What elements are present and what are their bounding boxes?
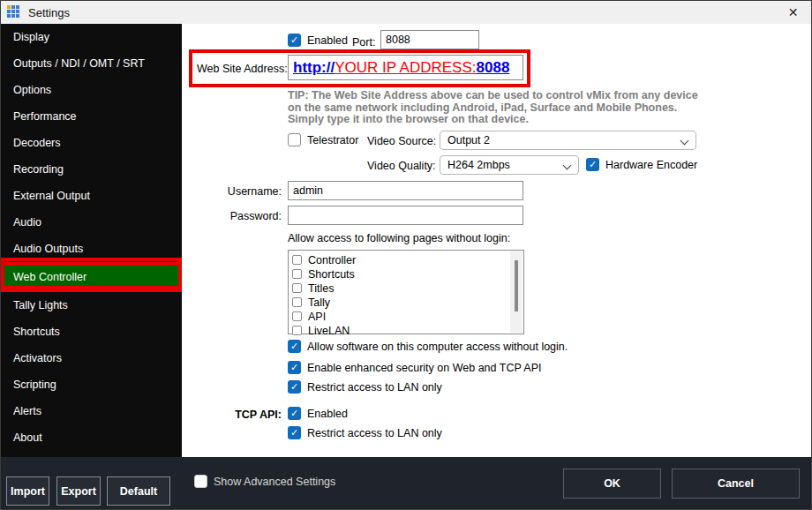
hardware-encoder-row: ✓ Hardware Encoder <box>586 158 697 171</box>
close-icon[interactable]: ✕ <box>773 1 812 24</box>
ok-button[interactable]: OK <box>563 469 661 499</box>
sidebar-item-display[interactable]: Display <box>1 24 182 50</box>
sidebar-item-web-controller[interactable]: Web Controller <box>1 262 182 292</box>
list-item[interactable]: LiveLAN <box>292 324 523 337</box>
list-item[interactable]: API <box>292 310 523 323</box>
restrict-lan-web-checkbox[interactable]: ✓ <box>288 380 301 394</box>
list-item[interactable]: Controller <box>292 253 523 266</box>
livelan-checkbox[interactable] <box>292 326 302 335</box>
tcp-enabled-checkbox[interactable]: ✓ <box>288 407 301 420</box>
list-item[interactable]: Shortcuts <box>292 267 523 281</box>
chevron-down-icon <box>680 137 689 146</box>
show-advanced-row: Show Advanced Settings <box>194 475 335 488</box>
hardware-encoder-label: Hardware Encoder <box>605 159 697 171</box>
hardware-encoder-checkbox[interactable]: ✓ <box>586 158 599 171</box>
tally-checkbox[interactable] <box>292 297 302 307</box>
sidebar-item-recording[interactable]: Recording <box>1 156 182 183</box>
web-enabled-label: Enabled <box>307 34 348 47</box>
listbox-scrollbar[interactable] <box>510 251 523 333</box>
enhanced-security-checkbox[interactable]: ✓ <box>288 361 301 374</box>
sidebar-item-options[interactable]: Options <box>1 77 182 103</box>
import-button[interactable]: Import <box>6 476 49 506</box>
sidebar-item-external-output[interactable]: External Output <box>1 183 182 209</box>
show-advanced-checkbox[interactable] <box>194 475 207 488</box>
app-grid-icon <box>7 5 21 19</box>
port-input[interactable] <box>380 30 479 49</box>
password-label: Password: <box>197 210 282 222</box>
tcp-enabled-row: ✓ Enabled <box>288 407 348 420</box>
website-address-link[interactable]: http://YOUR IP ADDRESS:8088 <box>288 55 523 80</box>
settings-window: Settings ✕ Display Outputs / NDI / OMT /… <box>0 0 812 510</box>
api-checkbox[interactable] <box>292 311 302 321</box>
sidebar-item-activators[interactable]: Activators <box>1 345 182 371</box>
tcp-api-label: TCP API: <box>197 409 282 421</box>
telestrator-label: Telestrator <box>307 134 358 146</box>
shortcuts-checkbox[interactable] <box>292 269 302 279</box>
address-http: http:// <box>293 59 335 77</box>
list-item[interactable]: Tally <box>292 296 523 309</box>
address-port: 8088 <box>477 59 510 77</box>
pages-listbox[interactable]: Controller Shortcuts Titles Tally API Li… <box>288 250 524 334</box>
password-input[interactable] <box>288 206 523 225</box>
default-button[interactable]: Default <box>107 476 170 506</box>
username-label: Username: <box>197 185 282 198</box>
allow-access-label: Allow access to following pages without … <box>288 232 510 244</box>
address-ip: YOUR IP ADDRESS <box>335 59 472 77</box>
restrict-lan-tcp-checkbox[interactable]: ✓ <box>288 426 301 439</box>
tip-text: TIP: The Web Site Address above can be u… <box>288 90 782 126</box>
restrict-lan-web-row: ✓ Restrict access to LAN only <box>288 380 442 394</box>
username-input[interactable] <box>288 181 523 200</box>
telestrator-checkbox[interactable] <box>288 133 301 146</box>
sidebar-item-decoders[interactable]: Decoders <box>1 130 182 156</box>
scrollbar-thumb[interactable] <box>515 260 518 311</box>
allow-software-checkbox[interactable]: ✓ <box>288 340 301 353</box>
restrict-lan-tcp-row: ✓ Restrict access to LAN only <box>288 426 442 439</box>
sidebar-item-alerts[interactable]: Alerts <box>1 398 182 424</box>
telestrator-row: Telestrator <box>288 133 358 146</box>
website-address-label: Web Site Address: <box>197 63 288 75</box>
chevron-down-icon <box>563 161 572 170</box>
sidebar-item-about[interactable]: About <box>1 424 182 451</box>
title-bar: Settings ✕ <box>1 1 812 24</box>
video-source-label: Video Source: <box>367 135 436 147</box>
sidebar-item-scripting[interactable]: Scripting <box>1 371 182 398</box>
titles-checkbox[interactable] <box>292 283 302 293</box>
enhanced-security-row: ✓ Enable enhanced security on Web and TC… <box>288 361 541 374</box>
sidebar-item-audio[interactable]: Audio <box>1 209 182 236</box>
sidebar-item-audio-outputs[interactable]: Audio Outputs <box>1 236 182 262</box>
video-source-dropdown[interactable]: Output 2 <box>440 131 696 150</box>
web-enabled-row: ✓ Enabled <box>288 34 348 47</box>
show-advanced-label: Show Advanced Settings <box>214 476 335 488</box>
web-enabled-checkbox[interactable]: ✓ <box>288 34 301 47</box>
allow-software-row: ✓ Allow software on this computer access… <box>288 340 568 353</box>
list-item[interactable]: Titles <box>292 281 523 295</box>
controller-checkbox[interactable] <box>292 255 302 265</box>
window-title: Settings <box>28 6 70 19</box>
sidebar-item-shortcuts[interactable]: Shortcuts <box>1 319 182 345</box>
cancel-button[interactable]: Cancel <box>672 469 800 499</box>
sidebar: Display Outputs / NDI / OMT / SRT Option… <box>1 24 182 457</box>
port-label: Port: <box>352 36 375 49</box>
export-button[interactable]: Export <box>56 476 101 506</box>
video-quality-dropdown[interactable]: H264 2mbps <box>440 155 579 175</box>
sidebar-item-outputs[interactable]: Outputs / NDI / OMT / SRT <box>1 50 182 77</box>
sidebar-item-performance[interactable]: Performance <box>1 103 182 130</box>
video-quality-label: Video Quality: <box>367 160 436 172</box>
sidebar-item-tally-lights[interactable]: Tally Lights <box>1 292 182 319</box>
